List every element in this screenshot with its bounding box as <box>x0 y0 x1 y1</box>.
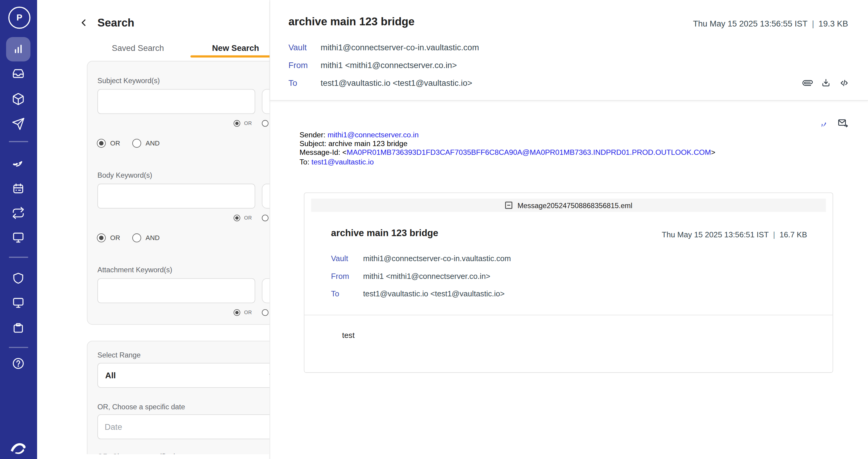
vault-label: Vault <box>288 42 318 52</box>
attachment-keywords-input[interactable] <box>97 278 255 303</box>
sidebar-item-desktop[interactable] <box>12 296 25 309</box>
sidebar-item-dashboard[interactable] <box>12 42 25 56</box>
message-subject: archive main 123 bridge <box>288 15 415 28</box>
sidebar-item-ediscovery[interactable] <box>12 157 25 170</box>
page-title: Search <box>97 17 134 29</box>
sidebar-item-security[interactable] <box>12 272 25 285</box>
sidebar-item-monitor[interactable] <box>12 231 25 244</box>
attachment-icon[interactable] <box>801 76 815 90</box>
desktop-icon <box>12 296 25 309</box>
join2-or-label: OR <box>110 234 120 242</box>
send-icon <box>12 117 25 130</box>
subject-or-radio[interactable] <box>234 120 240 127</box>
code-icon[interactable] <box>839 78 849 88</box>
eml-meta: Thu May 15 2025 13:56:51 IST|16.7 KB <box>662 230 807 239</box>
eml-collapse-header[interactable]: Message205247508868356815.eml <box>311 198 826 212</box>
join2-and-label: AND <box>146 234 160 242</box>
sender-link[interactable]: mithi1@connectserver.co.in <box>328 130 418 139</box>
forward-email-icon[interactable] <box>838 118 848 128</box>
sidebar-item-archive[interactable] <box>12 93 25 106</box>
body-and-radio[interactable] <box>262 215 269 221</box>
inbox-icon <box>12 67 25 80</box>
sidebar: P <box>0 0 37 459</box>
vault-row: Vault mithi1@connectserver-co-in.vaultas… <box>288 42 479 52</box>
eml-to-value: test1@vaultastic.io <test1@vaultastic.io… <box>363 289 505 298</box>
subject-keywords-label: Subject Keyword(s) <box>97 76 160 85</box>
calendar-icon <box>12 182 25 195</box>
from-value: mithi1 <mithi1@connectserver.co.in> <box>321 60 457 70</box>
panel-bottom-strip <box>37 454 269 459</box>
messageid-link[interactable]: MA0PR01MB736393D1FD3CAF7035BFF6C8CA90A@M… <box>347 149 711 157</box>
help-icon <box>12 357 25 370</box>
body-or-radio[interactable] <box>234 215 240 221</box>
message-size: 19.3 KB <box>818 19 848 28</box>
raw-headers-block: Sender: mithi1@connectserver.co.in Subje… <box>300 130 715 166</box>
join1-and-label: AND <box>146 139 160 147</box>
subject-and-radio[interactable] <box>262 120 269 127</box>
to-link[interactable]: test1@vaultastic.io <box>311 158 374 166</box>
eml-from-value: mithi1 <mithi1@connectserver.co.in> <box>363 272 490 281</box>
join2-and-radio[interactable] <box>132 233 141 242</box>
sidebar-item-jobs[interactable] <box>12 321 25 335</box>
attachment-keywords-label: Attachment Keyword(s) <box>97 266 172 274</box>
from-row: From mithi1 <mithi1@connectserver.co.in> <box>288 60 457 70</box>
attachment-or-label: OR <box>244 310 252 315</box>
meta-separator: | <box>769 230 779 239</box>
message-meta: Thu May 15 2025 13:56:55 IST|19.3 KB <box>693 19 848 28</box>
eml-date: Thu May 15 2025 13:56:51 IST <box>662 230 769 239</box>
attachment-and-radio[interactable] <box>262 309 269 316</box>
eml-body-text: test <box>342 331 354 339</box>
collapse-icon <box>505 201 513 209</box>
eml-size: 16.7 KB <box>779 230 807 239</box>
eml-filename: Message205247508868356815.eml <box>518 201 632 209</box>
select-range-label: Select Range <box>97 351 141 359</box>
brand-logo <box>9 438 27 455</box>
spark-icon[interactable] <box>818 118 829 128</box>
body-keywords-label: Body Keyword(s) <box>97 171 152 179</box>
range-select[interactable]: All <box>97 363 283 388</box>
avatar[interactable]: P <box>8 7 30 29</box>
app-root: P <box>0 0 868 459</box>
message-view: archive main 123 bridge Thu May 15 2025 … <box>270 0 868 459</box>
from-label: From <box>288 60 318 70</box>
range-selected-value: All <box>105 371 116 380</box>
join1-or-radio[interactable] <box>97 139 105 147</box>
eml-to-label: To <box>331 289 361 298</box>
sidebar-item-help[interactable] <box>12 357 25 370</box>
sidebar-item-calendar[interactable] <box>12 182 25 195</box>
eml-divider <box>304 315 832 315</box>
join1-and-radio[interactable] <box>132 139 141 147</box>
tab-saved-search[interactable]: Saved Search <box>112 43 164 53</box>
eml-attachment-card: Message205247508868356815.eml archive ma… <box>304 192 833 373</box>
monitor-icon <box>12 231 25 244</box>
download-icon[interactable] <box>821 78 831 88</box>
clipboard-icon <box>12 321 25 335</box>
eml-from-row: From mithi1 <mithi1@connectserver.co.in> <box>331 272 490 281</box>
sidebar-divider <box>9 257 28 258</box>
eml-vault-label: Vault <box>331 254 361 263</box>
attachment-or-radio[interactable] <box>234 309 240 316</box>
to-label: To <box>288 78 318 87</box>
back-button[interactable] <box>78 17 89 28</box>
eml-to-row: To test1@vaultastic.io <test1@vaultastic… <box>331 289 504 298</box>
shield-icon <box>12 272 25 285</box>
eml-from-label: From <box>331 272 361 281</box>
raw-sender-line: Sender: mithi1@connectserver.co.in <box>300 130 715 139</box>
eml-subject: archive main 123 bridge <box>331 228 438 239</box>
package-icon <box>12 93 25 106</box>
join2-or-radio[interactable] <box>97 233 105 242</box>
body-attachment-join-group: OR AND <box>97 233 159 242</box>
eml-vault-row: Vault mithi1@connectserver-co-in.vaultas… <box>331 254 511 263</box>
sidebar-item-inbox[interactable] <box>12 67 25 80</box>
vault-value: mithi1@connectserver-co-in.vaultastic.co… <box>321 42 479 52</box>
body-actions <box>818 118 848 128</box>
to-value: test1@vaultastic.io <test1@vaultastic.io… <box>321 78 472 87</box>
keywords-card: Subject Keyword(s) OR AND OR AND <box>87 61 296 325</box>
sidebar-item-send[interactable] <box>12 117 25 130</box>
raw-subject-line: Subject: archive main 123 bridge <box>300 139 715 149</box>
subject-keywords-input[interactable] <box>97 89 255 114</box>
tab-new-search[interactable]: New Search <box>212 43 259 53</box>
date-input[interactable] <box>97 415 283 439</box>
body-keywords-input[interactable] <box>97 184 255 209</box>
sidebar-item-sync[interactable] <box>12 206 25 220</box>
